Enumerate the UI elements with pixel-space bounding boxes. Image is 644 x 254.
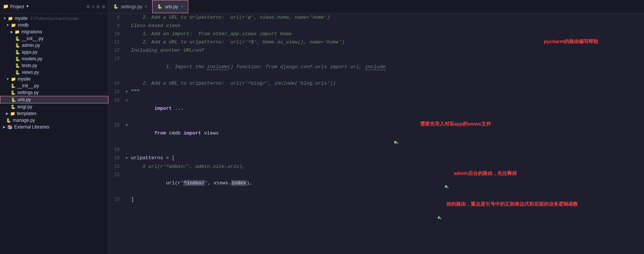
py-file-icon: 🐍 (15, 63, 20, 68)
toolbar-icon-1[interactable]: ⚙ (86, 4, 90, 9)
fold-btn[interactable]: ▼ (126, 154, 131, 163)
sidebar-item-label: models.py (22, 56, 42, 61)
code-content: ] (131, 196, 644, 204)
sidebar-item-init2[interactable]: 🐍 __init__.py (0, 82, 108, 89)
sidebar-item-label: views.py (22, 70, 39, 75)
line-number: 9 (109, 22, 126, 30)
sidebar: ▼ 📁 mysite F:\Python\pycharm\mysite ▼ 📁 … (0, 13, 109, 254)
code-line-10: 10 1. Add an import: from other_app.view… (109, 30, 644, 38)
arrow-icon: ▼ (6, 77, 9, 81)
sidebar-item-label: wsgi.py (17, 104, 32, 109)
py-file-icon: 🐍 (15, 43, 20, 48)
sidebar-item-models[interactable]: 🐍 models.py (0, 55, 108, 62)
sidebar-item-label: tests.py (22, 63, 37, 68)
code-editor[interactable]: 8 2. Add a URL to urlpatterns: url(r'φ',… (109, 13, 644, 254)
toolbar-icon-3[interactable]: ⚙ (96, 4, 100, 9)
tab-settings[interactable]: 🐍 settings.py ✕ (109, 0, 152, 13)
arrow-icon: ▶ (6, 112, 9, 115)
sidebar-item-settings[interactable]: 🐍 settings.py (0, 89, 108, 96)
sidebar-item-label: templates (17, 111, 36, 116)
settings-tab-close[interactable]: ✕ (144, 4, 147, 9)
line-number: 16 (109, 96, 126, 105)
line-number: 15 (109, 88, 126, 96)
sidebar-item-init1[interactable]: 🐍 __init__.py (0, 35, 108, 42)
sidebar-item-extlibs[interactable]: ▶ 📚 External Libraries (0, 124, 108, 130)
folder-icon: 📁 (15, 30, 20, 34)
sidebar-item-mysite-root[interactable]: ▼ 📁 mysite F:\Python\pycharm\mysite (0, 15, 108, 22)
sidebar-item-admin[interactable]: 🐍 admin.py (0, 42, 108, 49)
sidebar-item-label: mysite (15, 16, 28, 21)
sidebar-item-templates[interactable]: ▶ 📁 templates (0, 110, 108, 117)
code-line-22: 22 url(r'^index/', views.index), (109, 171, 644, 196)
project-panel-header: 📁 Project ▼ ⚙ ≡ ⚙ ⊕ (0, 0, 109, 13)
code-line-11: 11 2. Add a URL to urlpatterns: url(r'^$… (109, 38, 644, 46)
code-content: Class-based views (131, 22, 644, 30)
code-line-15: 15 ▼ """ (109, 88, 644, 96)
arrow-icon: ▼ (3, 16, 6, 20)
fold-btn[interactable]: ▼ (126, 88, 131, 96)
sidebar-item-urls[interactable]: 🐍 urls.py (0, 96, 108, 103)
code-line-21: 21 # url(r'^admin/', admin.site.urls), (109, 163, 644, 171)
code-line-13: 13 1. Import the include() function: fro… (109, 55, 644, 79)
code-content: url(r'^index/', views.index), (131, 171, 644, 196)
sidebar-item-apps[interactable]: 🐍 apps.py (0, 49, 108, 55)
sidebar-item-label: mysite (18, 76, 31, 82)
code-content: import ... (131, 96, 644, 121)
sidebar-item-label: admin.py (22, 43, 40, 48)
line-number: 19 (109, 146, 126, 154)
tab-urls[interactable]: 🐍 urls.py ✕ (152, 0, 188, 13)
sidebar-item-mysite[interactable]: ▼ 📁 mysite (0, 76, 108, 82)
tabs-area: 🐍 settings.py ✕ 🐍 urls.py ✕ (109, 0, 188, 13)
arrow-icon: ▶ (3, 125, 6, 129)
fold-btn[interactable]: ▼ (126, 121, 131, 130)
urls-tab-close[interactable]: ✕ (180, 4, 183, 9)
code-line-20: 20 ▼ urlpatterns = [ (109, 154, 644, 163)
py-file-icon: 🐍 (11, 97, 16, 102)
sidebar-item-wsgi[interactable]: 🐍 wsgi.py (0, 103, 108, 110)
fold-btn[interactable]: ⊕ (126, 97, 131, 105)
arrow-icon: ▼ (6, 23, 9, 27)
toolbar-icon-4[interactable]: ⊕ (102, 4, 105, 9)
project-dropdown-icon[interactable]: ▼ (26, 4, 29, 9)
sidebar-item-label: __init__.py (17, 83, 39, 88)
toolbar-icon-2[interactable]: ≡ (92, 4, 95, 9)
code-line-14: 14 2. Add a URL to urlpatterns: url(r'^b… (109, 79, 644, 88)
sidebar-item-label: External Libraries (14, 124, 49, 130)
sidebar-item-tests[interactable]: 🐍 tests.py (0, 62, 108, 69)
sidebar-item-migrations[interactable]: ▶ 📁 migrations (0, 28, 108, 35)
arrow-icon: ▶ (11, 30, 13, 34)
project-label: Project (10, 4, 24, 9)
folder-icon: 📁 (11, 23, 16, 28)
py-file-icon: 🐍 (15, 57, 20, 61)
code-line-19: 19 (109, 146, 644, 154)
code-content: 2. Add a URL to urlpatterns: url(r'^$', … (131, 38, 644, 46)
sidebar-item-manage[interactable]: 🐍 manage.py (0, 117, 108, 124)
code-line-9: 9 Class-based views (109, 22, 644, 30)
line-number: 14 (109, 79, 126, 88)
line-number: 20 (109, 154, 126, 162)
main-area: ▼ 📁 mysite F:\Python\pycharm\mysite ▼ 📁 … (0, 13, 644, 254)
py-file-icon: 🐍 (15, 70, 20, 75)
code-content: Including another URLconf (131, 46, 644, 55)
code-line-16: 16 ⊕ import ... (109, 96, 644, 121)
code-content: 1. Import the include() function: from d… (131, 55, 644, 79)
top-bar: 📁 Project ▼ ⚙ ≡ ⚙ ⊕ 🐍 settings.py ✕ 🐍 ur… (0, 0, 644, 13)
sidebar-item-label: cmdb (18, 22, 29, 28)
code-line-18: 18 ▼ from cmdb import views (109, 121, 644, 146)
path-label: F:\Python\pycharm\mysite (31, 16, 78, 21)
sidebar-item-label: manage.py (13, 118, 35, 123)
folder-icon: 📁 (11, 77, 16, 82)
urls-tab-label: urls.py (165, 4, 178, 9)
code-content: 2. Add a URL to urlpatterns: url(r'^blog… (131, 79, 644, 88)
line-number: 11 (109, 38, 126, 46)
folder-icon: 📁 (10, 111, 15, 116)
sidebar-item-views[interactable]: 🐍 views.py (0, 69, 108, 76)
folder-icon: 📁 (8, 16, 13, 21)
line-number: 12 (109, 46, 126, 55)
sidebar-item-cmdb[interactable]: ▼ 📁 cmdb (0, 22, 108, 28)
code-content: 1. Add an import: from other_app.views i… (131, 30, 644, 38)
py-file-icon: 🐍 (15, 50, 20, 55)
urls-file-icon: 🐍 (157, 4, 162, 9)
code-content: """ (131, 88, 644, 96)
code-content: # url(r'^admin/', admin.site.urls), (131, 163, 644, 171)
